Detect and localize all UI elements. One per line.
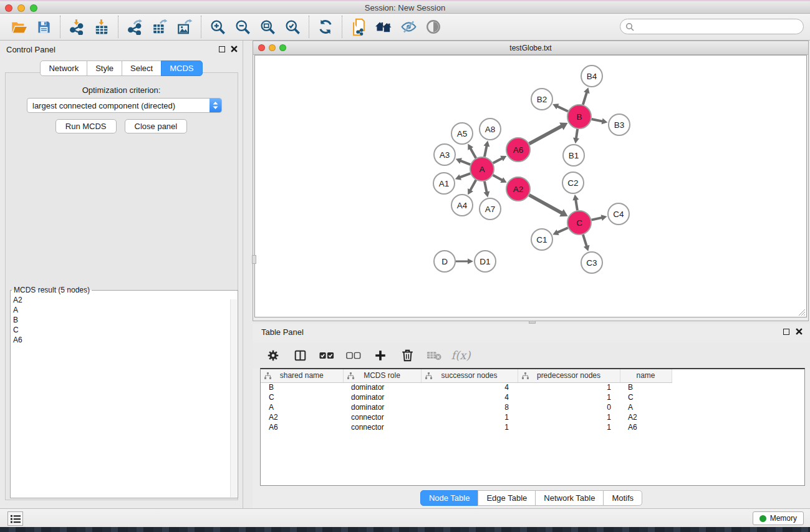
import-network-button[interactable] [64, 16, 89, 38]
column-header-successor-nodes[interactable]: successor nodes [421, 369, 518, 382]
show-all-button[interactable] [421, 16, 446, 38]
table-cell[interactable]: A6 [261, 422, 343, 432]
edge-A-A5[interactable] [470, 148, 476, 158]
open-session-button[interactable] [6, 16, 31, 38]
graph-node-A1[interactable]: A1 [433, 173, 455, 194]
graph-node-A[interactable]: A [470, 157, 494, 181]
node-table[interactable]: shared nameMCDS rolesuccessor nodesprede… [261, 369, 672, 432]
table-cell[interactable]: C [261, 392, 343, 402]
graph-node-A7[interactable]: A7 [480, 198, 501, 220]
export-image-button[interactable] [172, 16, 197, 38]
column-header-MCDS-role[interactable]: MCDS role [343, 369, 421, 382]
first-neighbors-button[interactable] [371, 16, 396, 38]
table-cell[interactable]: A [620, 402, 672, 412]
network-graph[interactable]: B4B2BB3B1A5A8A6A3AA1A4A7A2C2C4CC1C3DD1 [255, 56, 808, 318]
edge-B-B3[interactable] [592, 119, 603, 122]
graph-node-A8[interactable]: A8 [480, 118, 501, 140]
table-row[interactable]: A2connector11A2 [261, 412, 672, 422]
graph-node-A6[interactable]: A6 [506, 138, 530, 162]
delete-column-button[interactable] [397, 346, 418, 365]
function-builder-button[interactable]: f(x) [450, 346, 471, 365]
graph-node-C1[interactable]: C1 [531, 229, 552, 250]
export-table-button[interactable] [147, 16, 172, 38]
close-panel-button[interactable]: Close panel [125, 119, 188, 133]
table-row[interactable]: A6connector11A6 [261, 422, 672, 432]
table-cell[interactable]: 1 [421, 412, 518, 422]
network-window-titlebar[interactable]: testGlobe.txt [253, 41, 808, 55]
edge-C-C4[interactable] [592, 218, 602, 220]
network-canvas[interactable]: B4B2BB3B1A5A8A6A3AA1A4A7A2C2C4CC1C3DD1 [254, 55, 807, 317]
table-cell[interactable]: dominator [343, 392, 421, 402]
table-row[interactable]: Adominator80A [261, 402, 672, 412]
tab-style[interactable]: Style [87, 60, 122, 76]
graph-node-B[interactable]: B [567, 105, 591, 128]
table-cell[interactable]: dominator [343, 382, 421, 392]
table-cell[interactable]: dominator [343, 402, 421, 412]
memory-button[interactable]: Memory [753, 511, 804, 525]
column-header-name[interactable]: name [620, 369, 672, 382]
run-mcds-button[interactable]: Run MCDS [55, 119, 117, 133]
edge-C-C1[interactable] [557, 228, 568, 233]
edge-B-B1[interactable] [576, 129, 577, 138]
zoom-selected-button[interactable] [280, 16, 305, 38]
zoom-out-button[interactable] [230, 16, 255, 38]
edge-A-A4[interactable] [470, 180, 476, 191]
table-cell[interactable]: A2 [620, 412, 672, 422]
table-cell[interactable]: B [620, 382, 672, 392]
delete-table-button[interactable] [423, 346, 445, 365]
table-cell[interactable]: 4 [421, 382, 518, 392]
graph-node-C2[interactable]: C2 [562, 172, 584, 193]
edge-B-B4[interactable] [583, 92, 587, 105]
hide-selected-button[interactable] [396, 16, 421, 38]
tab-select[interactable]: Select [122, 60, 162, 76]
zoom-in-button[interactable] [205, 16, 230, 38]
graph-node-C4[interactable]: C4 [608, 203, 629, 225]
table-cell[interactable]: connector [343, 422, 421, 432]
edge-A6-B[interactable] [529, 126, 562, 143]
graph-node-B4[interactable]: B4 [581, 65, 602, 87]
graph-node-D[interactable]: D [434, 251, 455, 272]
table-settings-button[interactable] [263, 346, 284, 365]
table-cell[interactable]: 1 [518, 382, 620, 392]
column-header-shared-name[interactable]: shared name [261, 369, 343, 382]
edge-A-A7[interactable] [485, 181, 487, 193]
graph-node-A5[interactable]: A5 [451, 123, 473, 144]
refresh-button[interactable] [313, 16, 338, 38]
resize-grip-icon[interactable] [798, 308, 806, 316]
table-cell[interactable]: 8 [421, 402, 518, 412]
select-all-button[interactable] [316, 346, 337, 365]
graph-node-D1[interactable]: D1 [475, 251, 496, 272]
mcds-result-item[interactable]: B [13, 315, 238, 325]
table-cell[interactable]: A [261, 402, 343, 412]
mcds-result-item[interactable]: C [13, 325, 238, 335]
float-table-panel-icon[interactable] [783, 329, 789, 335]
table-cell[interactable]: B [261, 382, 343, 392]
edge-A-A2[interactable] [493, 175, 503, 180]
optimization-criterion-select[interactable]: largest connected component (directed) [27, 98, 222, 113]
tab-edge-table[interactable]: Edge Table [478, 490, 536, 506]
graph-node-B3[interactable]: B3 [609, 114, 630, 135]
edge-A-A1[interactable] [460, 173, 470, 177]
table-cell[interactable]: 1 [421, 422, 518, 432]
graph-node-C3[interactable]: C3 [581, 252, 602, 273]
add-column-button[interactable] [370, 346, 391, 365]
tab-motifs[interactable]: Motifs [603, 490, 642, 506]
mcds-result-scrollbar[interactable] [230, 299, 237, 497]
graph-node-B1[interactable]: B1 [563, 145, 584, 166]
tab-mcds[interactable]: MCDS [161, 60, 202, 76]
edge-A-A6[interactable] [493, 158, 503, 163]
mcds-result-item[interactable]: A6 [13, 335, 238, 345]
import-table-button[interactable] [89, 16, 114, 38]
edge-C-C2[interactable] [576, 200, 577, 211]
tab-network-table[interactable]: Network Table [535, 490, 604, 506]
table-cell[interactable]: C [620, 392, 672, 402]
edge-B-B2[interactable] [557, 106, 567, 111]
edge-C-C3[interactable] [583, 235, 587, 246]
clone-network-button[interactable] [346, 16, 371, 38]
tab-node-table[interactable]: Node Table [420, 490, 479, 506]
column-header-predecessor-nodes[interactable]: predecessor nodes [518, 369, 620, 382]
search-input[interactable] [634, 21, 803, 32]
table-cell[interactable]: A6 [620, 422, 672, 432]
save-session-button[interactable] [31, 16, 56, 38]
graph-node-C[interactable]: C [567, 211, 591, 235]
